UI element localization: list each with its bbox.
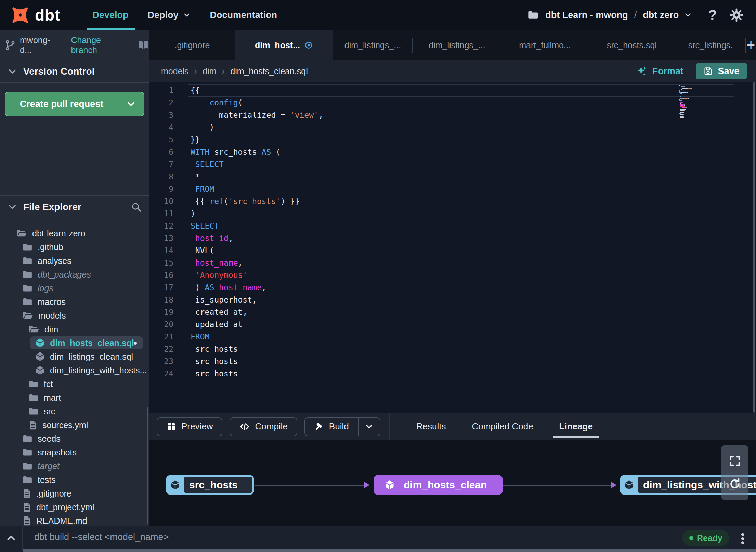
code-line: {{ ref('src_hosts') }} [191, 195, 323, 207]
breadcrumb-models[interactable]: models [161, 66, 189, 76]
line-number: 13 [149, 232, 173, 244]
file-tree-item-analyses[interactable]: analyses [0, 254, 149, 268]
tab-compiled-code[interactable]: Compiled Code [459, 413, 546, 440]
line-number: 2 [149, 97, 173, 109]
bottom-panel-toolbar: Preview Compile Build [149, 413, 756, 440]
file-tree-item-src[interactable]: src [0, 405, 149, 418]
file-tree-item--gitignore[interactable]: .gitignore [0, 487, 149, 500]
pr-dropdown-caret[interactable] [118, 92, 144, 116]
file-tree-item-models[interactable]: models [0, 309, 149, 322]
code-line: src_hosts [191, 343, 323, 355]
table-grid-icon [166, 422, 177, 432]
file-tree-item-mart[interactable]: mart [0, 391, 149, 405]
line-number: 21 [149, 331, 173, 343]
breadcrumb-separator: › [194, 66, 197, 77]
tab-dim-listings-[interactable]: dim_listings_... [413, 30, 501, 60]
create-pull-request-button[interactable]: Create pull request [5, 92, 144, 116]
tab-results[interactable]: Results [403, 413, 459, 440]
sidebar-scrollbar[interactable] [147, 407, 148, 524]
breadcrumb-separator: › [222, 66, 225, 77]
file-tree-item-dim[interactable]: dim [0, 322, 149, 336]
line-number: 17 [149, 281, 173, 294]
tab-dim-listings-[interactable]: dim_listings_... [333, 30, 413, 60]
line-numbers: 123456789101112131415161718192021222324 [149, 84, 173, 380]
file-tree-item-sources-yml[interactable]: sources.yml [0, 418, 149, 432]
chevron-down-icon [683, 11, 692, 20]
project-breadcrumb[interactable]: dbt Learn - mwong / dbt zero [545, 10, 692, 21]
tab-src-listings-[interactable]: src_listings. [675, 30, 746, 60]
build-button[interactable]: Build [305, 418, 358, 436]
search-icon[interactable] [131, 202, 142, 213]
code-line: NVL( [191, 244, 323, 257]
command-input[interactable]: dbt build --select <model_name> [34, 532, 169, 542]
tab-src-hosts-sql[interactable]: src_hosts.sql [588, 30, 675, 60]
horizontal-scrollbar[interactable] [23, 549, 756, 552]
file-tree-item-dim-listings-clean-sql[interactable]: dim_listings_clean.sql [0, 350, 149, 363]
file-tree-item-seeds[interactable]: seeds [0, 432, 149, 446]
tab-dim-host-[interactable]: dim_host... [235, 30, 333, 60]
file-tree-item-macros[interactable]: macros [0, 295, 149, 309]
folder-icon [23, 462, 33, 471]
code-line: SELECT [191, 158, 323, 170]
dbt-logo[interactable]: dbt [10, 5, 61, 25]
file-tree-item-dbt-learn-zero[interactable]: dbt-learn-zero [0, 227, 149, 240]
file-tree-item-dbt-project-yml[interactable]: dbt_project.yml [0, 500, 149, 514]
lineage-edge [255, 485, 369, 486]
tab-strip: .gitignoredim_host...dim_listings_...dim… [149, 30, 756, 60]
file-tree-item-target[interactable]: target [0, 459, 149, 473]
tab-lineage[interactable]: Lineage [546, 413, 606, 440]
file-tree-item-fct[interactable]: fct [0, 377, 149, 391]
tab--gitignore[interactable]: .gitignore [149, 30, 235, 60]
lineage-node-src_hosts[interactable]: src_hosts [166, 475, 254, 495]
editor-scrollbar[interactable] [753, 82, 755, 413]
nav-documentation[interactable]: Documentation [200, 0, 287, 30]
new-tab-button[interactable]: + [746, 30, 756, 60]
folder-icon [23, 243, 33, 252]
tab-mart-fullmo-[interactable]: mart_fullmo... [501, 30, 588, 60]
lineage-canvas[interactable]: src_hostsdim_hosts_cleandim_listings_wit… [149, 440, 756, 526]
refresh-icon[interactable] [728, 477, 742, 491]
version-control-header[interactable]: Version Control [0, 60, 149, 83]
file-tree-item--github[interactable]: .github [0, 240, 149, 254]
code-line: FROM [191, 183, 323, 195]
save-button[interactable]: Save [696, 63, 747, 79]
folder-icon [29, 380, 39, 388]
file-tree-item-snapshots[interactable]: snapshots [0, 446, 149, 459]
model-icon [35, 365, 45, 375]
code-editor[interactable]: 123456789101112131415161718192021222324 … [149, 82, 756, 413]
code-line: ) AS host_name, [191, 281, 323, 294]
file-tree-item-dim-hosts-clean-sql[interactable]: dim_hosts_clean.sql [0, 336, 149, 350]
file-tree-item-logs[interactable]: logs [0, 281, 149, 295]
change-branch-link[interactable]: Change branch [71, 35, 129, 55]
nav-deploy[interactable]: Deploy [138, 0, 200, 30]
settings-gear-icon[interactable] [729, 8, 744, 22]
file-tree-item-dbt-packages[interactable]: dbt_packages [0, 268, 149, 281]
expand-command-bar-button[interactable] [0, 526, 23, 550]
line-number: 11 [149, 207, 173, 220]
code-line: is_superhost, [191, 294, 323, 306]
project-folder-icon [527, 10, 539, 20]
breadcrumb-file[interactable]: dim_hosts_clean.sql [230, 66, 308, 76]
build-dropdown-caret[interactable] [358, 418, 380, 436]
chevron-down-icon [183, 11, 191, 19]
account-name: dbt Learn - mwong [545, 10, 628, 21]
lineage-node-dim_hosts_clean[interactable]: dim_hosts_clean [374, 475, 503, 495]
folder-icon [23, 434, 33, 443]
file-tree-item-dim-listings-with-hosts-[interactable]: dim_listings_with_hosts... [0, 363, 149, 377]
docs-book-icon[interactable] [138, 40, 149, 50]
file-tree-item-readme-md[interactable]: README.md [0, 514, 149, 526]
kebab-menu-icon[interactable] [738, 531, 748, 546]
line-number: 23 [149, 355, 173, 368]
compile-button[interactable]: Compile [230, 417, 297, 436]
file-tree-item-tests[interactable]: tests [0, 473, 149, 487]
nav-develop[interactable]: Develop [83, 0, 138, 30]
file-explorer-header[interactable]: File Explorer [0, 196, 149, 218]
chevron-down-icon [364, 422, 374, 432]
preview-button[interactable]: Preview [157, 417, 222, 436]
help-icon[interactable]: ? [708, 7, 717, 23]
fullscreen-icon[interactable] [728, 454, 741, 467]
breadcrumb-dim[interactable]: dim [203, 66, 216, 76]
folder-open-icon [23, 311, 34, 320]
line-number: 8 [149, 170, 173, 183]
format-button[interactable]: Format [636, 65, 683, 77]
